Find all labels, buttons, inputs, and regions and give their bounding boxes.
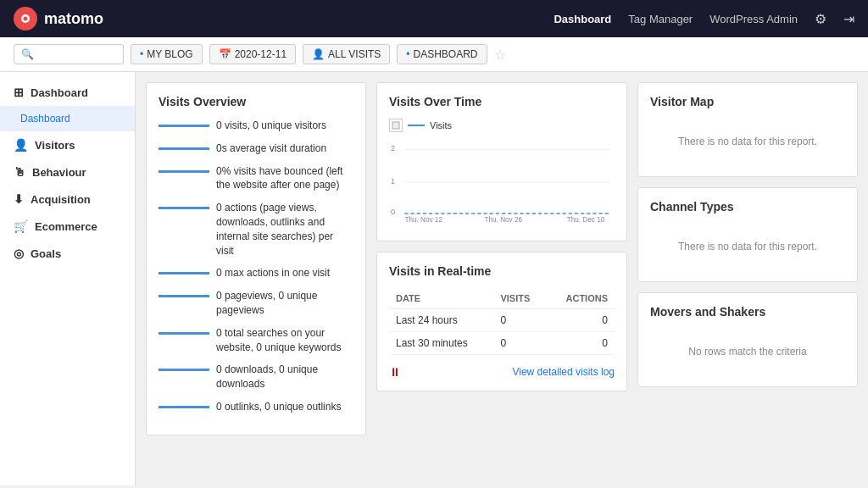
sidebar-item-behaviour[interactable]: 🖱 Behaviour — [0, 158, 135, 186]
ecommerce-icon: 🛒 — [14, 219, 28, 233]
visits-icon: 👤 — [312, 48, 325, 60]
metric-row-5: 0 pageviews, 0 unique pageviews — [159, 289, 353, 318]
svg-point-2 — [24, 17, 28, 21]
svg-text:Thu, Nov 12: Thu, Nov 12 — [404, 216, 442, 222]
sidebar-item-goals-label: Goals — [31, 247, 61, 260]
sidebar-item-behaviour-label: Behaviour — [32, 166, 86, 179]
visits-realtime-widget: Visits in Real-time DATE VISITS ACTIONS … — [376, 252, 627, 391]
visits-overview-title: Visits Overview — [159, 95, 353, 108]
visitor-map-no-data: There is no data for this report. — [650, 119, 845, 164]
realtime-table: DATE VISITS ACTIONS Last 24 hours 0 0 La… — [389, 288, 615, 355]
mid-column: Visits Over Time Visits 2 1 0 — [376, 82, 627, 475]
metric-text-0: 0 visits, 0 unique visitors — [216, 119, 353, 133]
search-icon: 🔍 — [21, 48, 34, 60]
sidebar-item-ecommerce[interactable]: 🛒 Ecommerce — [0, 213, 135, 240]
dashboard-dot: • — [406, 48, 409, 60]
metric-row-0: 0 visits, 0 unique visitors — [159, 119, 353, 133]
metric-text-3: 0 actions (page views, downloads, outlin… — [216, 201, 353, 258]
visitors-icon: 👤 — [14, 138, 28, 152]
time-chart-svg: 2 1 0 Thu, Nov 12 Thu, Nov 26 Thu, Dec 1… — [389, 137, 615, 222]
chart-legend-icon — [389, 119, 403, 132]
chart-legend: Visits — [389, 119, 615, 132]
my-blog-label: MY BLOG — [147, 48, 192, 60]
realtime-footer: ⏸ View detailed visits log — [389, 362, 615, 379]
metric-text-5: 0 pageviews, 0 unique pageviews — [216, 289, 353, 318]
visits-realtime-title: Visits in Real-time — [389, 264, 615, 278]
visitor-map-widget: Visitor Map There is no data for this re… — [637, 82, 858, 177]
right-column: Visitor Map There is no data for this re… — [637, 82, 858, 475]
metric-row-7: 0 downloads, 0 unique downloads — [159, 363, 353, 391]
rt-actions-1: 0 — [547, 332, 615, 355]
metric-row-4: 0 max actions in one visit — [159, 266, 353, 280]
svg-text:Thu, Nov 26: Thu, Nov 26 — [485, 216, 523, 222]
metric-row-8: 0 outlinks, 0 unique outlinks — [159, 400, 353, 414]
metric-text-8: 0 outlinks, 0 unique outlinks — [216, 400, 353, 414]
sidebar-item-visitors-label: Visitors — [35, 139, 75, 152]
metric-bar-5 — [159, 295, 209, 297]
logo-area: matomo — [14, 7, 103, 30]
metric-text-6: 0 total searches on your website, 0 uniq… — [216, 326, 353, 355]
visits-over-time-widget: Visits Over Time Visits 2 1 0 — [376, 82, 627, 241]
svg-text:Thu, Dec 10: Thu, Dec 10 — [567, 216, 605, 222]
legend-label: Visits — [430, 120, 452, 130]
metric-bar-8 — [159, 406, 209, 408]
search-box[interactable]: 🔍 — [14, 44, 124, 64]
dashboard-button[interactable]: • DASHBOARD — [397, 44, 487, 64]
visitor-map-title: Visitor Map — [650, 95, 845, 108]
rt-visits-1: 0 — [493, 332, 546, 355]
sidebar: ⊞ Dashboard Dashboard 👤 Visitors 🖱 Behav… — [0, 72, 136, 485]
my-blog-dot: • — [140, 48, 143, 60]
movers-shakers-no-data: No rows match the criteria — [650, 329, 845, 374]
star-icon[interactable]: ☆ — [494, 47, 506, 63]
metric-bar-1 — [159, 147, 209, 150]
metric-row-3: 0 actions (page views, downloads, outlin… — [159, 201, 353, 258]
nav-tag-manager[interactable]: Tag Manager — [628, 13, 693, 25]
metric-text-1: 0s average visit duration — [216, 141, 353, 156]
date-label: 2020-12-11 — [235, 48, 287, 60]
sidebar-item-goals[interactable]: ◎ Goals — [0, 240, 135, 267]
sidebar-item-dashboard-header[interactable]: ⊞ Dashboard — [0, 79, 135, 106]
rt-date-1: Last 30 minutes — [389, 332, 493, 355]
movers-shakers-title: Movers and Shakers — [650, 305, 845, 319]
sidebar-item-acquisition[interactable]: ⬇ Acquisition — [0, 186, 135, 213]
channel-types-title: Channel Types — [650, 200, 845, 214]
nav-dashboard[interactable]: Dashboard — [554, 13, 611, 25]
sidebar-item-dashboard-sub-label: Dashboard — [20, 113, 70, 125]
pause-button[interactable]: ⏸ — [389, 365, 401, 379]
nav-wordpress-admin[interactable]: WordPress Admin — [709, 13, 798, 25]
calendar-icon: 📅 — [219, 48, 231, 60]
sidebar-item-ecommerce-label: Ecommerce — [35, 220, 97, 233]
rt-row-0: Last 24 hours 0 0 — [389, 309, 615, 332]
date-button[interactable]: 📅 2020-12-11 — [209, 44, 296, 64]
col-date: DATE — [389, 288, 493, 309]
dashboard-header-icon: ⊞ — [14, 86, 24, 99]
main-layout: ⊞ Dashboard Dashboard 👤 Visitors 🖱 Behav… — [0, 72, 868, 485]
metric-bar-7 — [159, 369, 209, 371]
channel-types-no-data: There is no data for this report. — [650, 224, 845, 269]
sidebar-item-visitors[interactable]: 👤 Visitors — [0, 131, 135, 158]
top-nav: matomo Dashboard Tag Manager WordPress A… — [0, 0, 868, 37]
svg-text:0: 0 — [391, 208, 395, 216]
col-actions: ACTIONS — [547, 288, 615, 309]
sidebar-item-dashboard-sub[interactable]: Dashboard — [0, 106, 135, 131]
metric-text-2: 0% visits have bounced (left the website… — [216, 164, 353, 193]
metric-text-4: 0 max actions in one visit — [216, 266, 353, 280]
settings-icon[interactable]: ⚙ — [815, 11, 826, 27]
top-nav-links: Dashboard Tag Manager WordPress Admin ⚙ … — [554, 11, 854, 27]
view-visits-link[interactable]: View detailed visits log — [512, 366, 615, 378]
rt-actions-0: 0 — [547, 309, 615, 332]
logout-icon[interactable]: ⇥ — [843, 11, 854, 27]
rt-date-0: Last 24 hours — [389, 309, 493, 332]
all-visits-button[interactable]: 👤 ALL VISITS — [303, 44, 390, 64]
all-visits-label: ALL VISITS — [328, 48, 381, 60]
svg-text:1: 1 — [391, 177, 395, 186]
metric-bar-4 — [159, 272, 209, 274]
sidebar-item-acquisition-label: Acquisition — [31, 193, 91, 206]
left-column: Visits Overview 0 visits, 0 unique visit… — [146, 82, 366, 475]
chart-area: Visits 2 1 0 Thu, Nov 12 — [389, 119, 615, 229]
movers-shakers-widget: Movers and Shakers No rows match the cri… — [637, 292, 858, 387]
metric-bar-3 — [159, 207, 209, 209]
my-blog-button[interactable]: • MY BLOG — [131, 44, 203, 64]
metric-bar-6 — [159, 332, 209, 335]
dashboard-label: DASHBOARD — [414, 48, 478, 60]
